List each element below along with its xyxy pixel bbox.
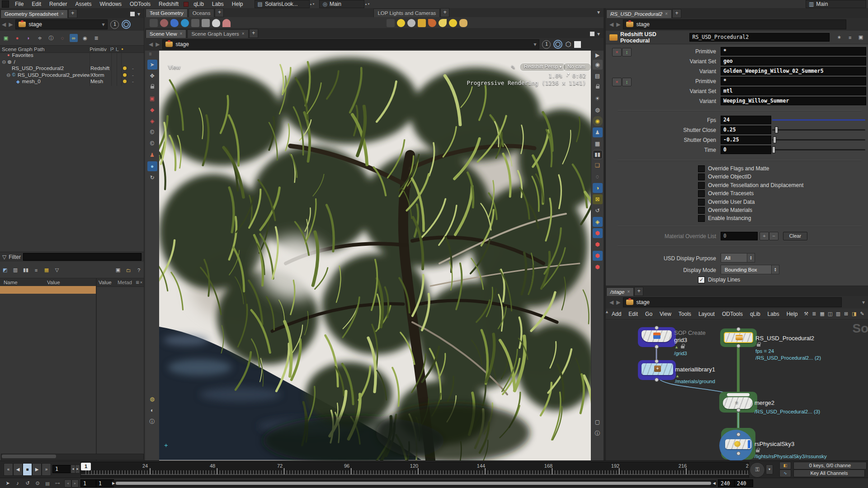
key-all-channels-button[interactable]: Key All Channels [793, 469, 865, 477]
menu-qlib[interactable]: qLib [189, 0, 208, 8]
tab-rs-usd-procedural2[interactable]: RS_USD_Procedural2× [606, 9, 672, 18]
override-objectid-checkbox[interactable] [698, 174, 705, 180]
info-badge2-icon[interactable]: © [147, 139, 157, 149]
time-slider[interactable] [772, 149, 865, 150]
net-menu-add[interactable]: Add [609, 311, 624, 317]
range-step-back-button[interactable]: ◂ [64, 479, 71, 488]
badge-icon[interactable]: ▣ [114, 266, 122, 274]
search-icon[interactable]: ◌ [58, 34, 66, 42]
shutter-open-field[interactable]: -0.25 [721, 136, 771, 144]
headlight-icon[interactable]: ☀ [593, 94, 603, 103]
node-type-icon[interactable] [609, 34, 618, 41]
shelf-tab-lop-lights-cameras[interactable]: LOP Lights and Cameras [373, 9, 440, 17]
grip-icon[interactable]: ⠿ [149, 52, 156, 58]
tab-scene-view[interactable]: Scene View× [146, 29, 186, 38]
domelight-tool-icon[interactable] [449, 19, 457, 27]
menu-redshift[interactable]: Redshift [155, 0, 183, 8]
path-dropdown-icon[interactable]: ▾ [533, 41, 536, 47]
stowbar-expand-icon[interactable]: ▶ [593, 52, 603, 58]
remove-material-override-button[interactable]: − [769, 232, 778, 240]
close-tab-icon[interactable]: × [61, 10, 64, 18]
node-name-field[interactable]: RS_USD_Procedural2 [689, 33, 830, 42]
testgeometry-squab-icon[interactable] [170, 19, 179, 27]
usd-display-purpose-spinner[interactable]: ▲▼ [747, 253, 755, 263]
net-menu-view[interactable]: View [656, 311, 675, 317]
override-tracesets-checkbox[interactable] [698, 190, 705, 197]
display-mode-spinner[interactable]: ▲▼ [771, 265, 779, 274]
new-tab-button[interactable]: + [249, 29, 258, 38]
path-field[interactable]: stage ▾ [15, 19, 108, 29]
go-end-button[interactable]: » [42, 463, 51, 476]
desktop-selector-spinner[interactable]: ▲▼ [310, 3, 315, 5]
rsphysicalsky3-input-dot[interactable] [736, 432, 741, 436]
presets-icon[interactable]: ≡ [846, 33, 854, 42]
merge2-output-dot[interactable] [736, 408, 741, 412]
close-tab-icon[interactable]: × [180, 30, 183, 38]
add-material-override-button[interactable]: + [760, 232, 769, 240]
spotlight-tool-icon[interactable] [407, 19, 415, 27]
color-palette-icon[interactable]: ◨ [851, 310, 858, 318]
visualizer-eye-icon[interactable]: ◉ [593, 116, 603, 126]
close-tab-icon[interactable]: × [627, 288, 630, 296]
dopesheet-icon[interactable]: ⊶ [53, 479, 61, 487]
pane-menu-icon[interactable]: ▾ [597, 31, 600, 37]
shelf-add-tab-button[interactable]: + [215, 8, 224, 17]
play-mode-icon[interactable]: ↺ [24, 479, 32, 487]
testgeometry-crag-icon[interactable] [150, 19, 158, 27]
display-lines-checkbox[interactable]: ✓ [698, 277, 705, 283]
list-icon[interactable]: ≣ [811, 310, 818, 318]
template-flag-icon[interactable]: ▲ [675, 345, 679, 349]
list-columns-icon[interactable]: ≣ [92, 34, 100, 42]
net-menu-labs[interactable]: Labs [764, 311, 783, 317]
panes-icon[interactable]: ▥ [835, 310, 842, 318]
visibility-dot[interactable] [123, 66, 127, 70]
playback-range-slider[interactable]: ▶ ◀ [112, 480, 716, 487]
col-primitive[interactable]: Primitiv [90, 47, 110, 52]
node-label[interactable]: materiallibrary1 [675, 366, 715, 373]
snapshot-icon[interactable]: ◍ [147, 394, 157, 404]
node-label[interactable]: rsPhysicalSky3 [755, 441, 794, 447]
redshift-aov-icon[interactable]: ⬢ [593, 262, 603, 272]
info-badge-icon[interactable]: © [147, 127, 157, 137]
override-flags-matte-checkbox[interactable] [698, 165, 705, 172]
net-menu-tools[interactable]: Tools [675, 311, 694, 317]
fps-slider[interactable] [772, 119, 865, 121]
net-menu-layout[interactable]: Layout [695, 311, 718, 317]
info-circle-icon[interactable]: ⓘ [47, 34, 55, 42]
key-icon[interactable]: ⚿ [750, 462, 765, 478]
rs-usd-procedural2-output-dot[interactable] [736, 344, 741, 348]
path-dropdown-icon[interactable]: ▾ [102, 21, 104, 28]
filter-funnel-icon[interactable]: ▽ [2, 254, 6, 260]
shutter-close-slider[interactable] [772, 129, 865, 131]
nav-back-icon[interactable]: ◀ [609, 299, 613, 305]
geolight-tool-icon[interactable] [428, 19, 436, 27]
camera-selector-pill[interactable]: No cam ▾ [563, 63, 591, 71]
realtime-toggle-icon[interactable]: ⊙ [33, 479, 42, 487]
node-rs-usd-procedural2[interactable] [724, 332, 753, 343]
radial-menu-icon[interactable] [122, 20, 131, 29]
rows-icon[interactable]: ≡ [32, 266, 40, 274]
sunlight-tool-icon[interactable] [439, 19, 447, 27]
nav-forward-icon[interactable]: ▶ [9, 21, 13, 28]
menu-render[interactable]: Render [45, 0, 71, 8]
timeline-ruler[interactable]: 24 48 72 96 120 144 168 192 216 240 1 [80, 462, 749, 478]
variant-set-field[interactable]: mtl [721, 87, 866, 95]
node-rsphysicalsky3[interactable] [725, 439, 751, 449]
material-sphere-icon[interactable]: ◍ [593, 105, 603, 115]
primitive-field[interactable]: * [721, 47, 866, 56]
ghost-objects-icon[interactable]: ◌ [593, 172, 603, 182]
camera-tool-icon[interactable] [387, 19, 395, 27]
network-canvas[interactable]: Sol SOP Create grid3 ▲ /grid3 [606, 319, 868, 461]
display-dot-icon[interactable]: ● [13, 34, 21, 42]
key-options-dropdown[interactable]: ▾ [766, 465, 773, 474]
lop-shelf-add-tab-button[interactable]: + [440, 8, 449, 17]
redshift-rop-icon[interactable]: ⬢ [593, 228, 603, 238]
image-planes-icon[interactable]: ❏ [593, 160, 603, 170]
nav-forward-icon[interactable]: ▶ [616, 299, 620, 305]
eye-icon[interactable]: ◉ [81, 34, 89, 42]
select-tool-icon[interactable]: ➤ [147, 60, 157, 70]
node-label[interactable]: RS_USD_Procedural2 [755, 335, 814, 342]
pause-updates-icon[interactable]: ▮▮ [22, 266, 30, 274]
menu-assets[interactable]: Assets [71, 0, 95, 8]
filter-input[interactable] [23, 253, 142, 261]
